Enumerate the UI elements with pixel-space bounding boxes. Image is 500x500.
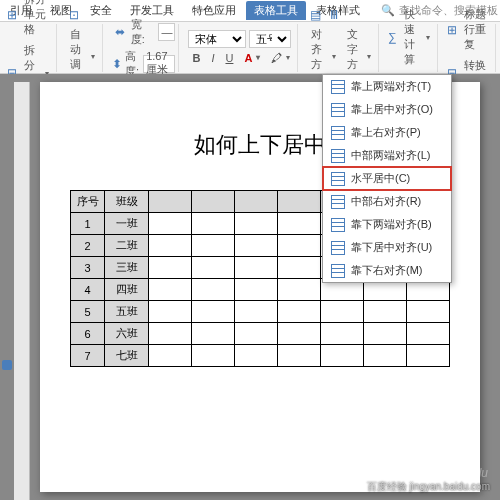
height-spinner[interactable]: 1.67厘米 [143, 55, 175, 73]
table-cell[interactable] [364, 345, 407, 367]
table-row[interactable]: 6六班 [71, 323, 450, 345]
align-option-label: 靠上两端对齐(T) [351, 79, 431, 94]
table-cell[interactable]: 2 [71, 235, 105, 257]
align-option[interactable]: 靠下居中对齐(U) [323, 236, 451, 259]
align-icon: ▤ [307, 7, 323, 23]
font-size-select[interactable]: 五号 [249, 30, 291, 48]
table-cell[interactable] [407, 323, 450, 345]
align-option[interactable]: 水平居中(C) [323, 167, 451, 190]
table-row[interactable]: 7七班 [71, 345, 450, 367]
table-cell[interactable]: 4 [71, 279, 105, 301]
table-row[interactable]: 5五班 [71, 301, 450, 323]
align-option-icon [331, 126, 345, 140]
table-cell[interactable]: 7 [71, 345, 105, 367]
align-option-icon [331, 264, 345, 278]
table-cell[interactable] [278, 345, 321, 367]
table-cell[interactable] [235, 323, 278, 345]
align-option-label: 靠上居中对齐(O) [351, 102, 433, 117]
width-spinner[interactable]: — [158, 23, 175, 41]
table-cell[interactable] [235, 257, 278, 279]
font-color-button[interactable]: A [240, 50, 264, 66]
table-cell[interactable] [149, 345, 192, 367]
table-cell[interactable] [192, 213, 235, 235]
table-cell[interactable] [321, 345, 364, 367]
table-cell[interactable] [278, 213, 321, 235]
table-cell[interactable] [235, 213, 278, 235]
bold-button[interactable]: B [188, 50, 204, 66]
table-cell[interactable] [149, 279, 192, 301]
table-cell[interactable] [321, 301, 364, 323]
align-option-icon [331, 218, 345, 232]
table-cell[interactable] [235, 235, 278, 257]
align-option[interactable]: 中部两端对齐(L) [323, 144, 451, 167]
table-cell[interactable] [192, 235, 235, 257]
table-cell[interactable] [235, 345, 278, 367]
header-cell[interactable] [149, 191, 192, 213]
table-cell[interactable] [278, 257, 321, 279]
table-cell[interactable] [149, 257, 192, 279]
align-option[interactable]: 中部右对齐(R) [323, 190, 451, 213]
repeat-header-icon: ⊞ [447, 22, 457, 38]
table-cell[interactable] [192, 345, 235, 367]
font-name-select[interactable]: 宋体 [188, 30, 246, 48]
align-option[interactable]: 靠上两端对齐(T) [323, 75, 451, 98]
table-cell[interactable]: 一班 [105, 213, 149, 235]
align-option[interactable]: 靠上右对齐(P) [323, 121, 451, 144]
table-cell[interactable] [407, 345, 450, 367]
table-cell[interactable] [149, 235, 192, 257]
table-cell[interactable] [192, 257, 235, 279]
align-option-label: 靠下右对齐(M) [351, 263, 423, 278]
table-cell[interactable] [407, 301, 450, 323]
align-option-icon [331, 80, 345, 94]
table-cell[interactable]: 5 [71, 301, 105, 323]
table-cell[interactable]: 1 [71, 213, 105, 235]
table-cell[interactable]: 三班 [105, 257, 149, 279]
watermark: 百度经验 jingyan.baidu.com [367, 480, 490, 494]
table-cell[interactable] [192, 323, 235, 345]
table-cell[interactable] [149, 213, 192, 235]
underline-button[interactable]: U [221, 50, 237, 66]
table-cell[interactable]: 四班 [105, 279, 149, 301]
table-cell[interactable] [364, 301, 407, 323]
header-cell[interactable]: 班级 [105, 191, 149, 213]
split-cell-button[interactable]: 拆分单元格 [20, 0, 53, 39]
table-cell[interactable] [364, 323, 407, 345]
table-cell[interactable]: 六班 [105, 323, 149, 345]
table-cell[interactable] [278, 323, 321, 345]
table-cell[interactable]: 6 [71, 323, 105, 345]
table-cell[interactable] [149, 301, 192, 323]
table-cell[interactable] [235, 279, 278, 301]
align-option-icon [331, 172, 345, 186]
header-cell[interactable] [192, 191, 235, 213]
table-cell[interactable] [321, 323, 364, 345]
width-icon: ⬌ [112, 24, 128, 40]
table-cell[interactable] [278, 301, 321, 323]
table-cell[interactable] [278, 235, 321, 257]
italic-button[interactable]: I [207, 50, 218, 66]
header-cell[interactable]: 序号 [71, 191, 105, 213]
fast-calc-button[interactable]: 快速计算 [400, 5, 434, 69]
align-option[interactable]: 靠下两端对齐(B) [323, 213, 451, 236]
sidebar-pin-icon[interactable] [2, 360, 12, 370]
title-repeat-button[interactable]: 标题行重复 [460, 5, 492, 54]
table-cell[interactable]: 五班 [105, 301, 149, 323]
align-option[interactable]: 靠下右对齐(M) [323, 259, 451, 282]
table-cell[interactable]: 3 [71, 257, 105, 279]
align-option[interactable]: 靠上居中对齐(O) [323, 98, 451, 121]
tab-features[interactable]: 特色应用 [184, 1, 244, 20]
highlight-button[interactable]: 🖍 [267, 50, 294, 66]
vertical-ruler[interactable] [14, 82, 30, 500]
table-cell[interactable] [235, 301, 278, 323]
table-cell[interactable]: 二班 [105, 235, 149, 257]
header-cell[interactable] [235, 191, 278, 213]
align-option-icon [331, 103, 345, 117]
header-cell[interactable] [278, 191, 321, 213]
table-cell[interactable] [149, 323, 192, 345]
align-option-label: 中部两端对齐(L) [351, 148, 430, 163]
height-icon: ⬍ [112, 56, 122, 72]
table-cell[interactable] [192, 279, 235, 301]
table-cell[interactable]: 七班 [105, 345, 149, 367]
tab-table-tools[interactable]: 表格工具 [246, 1, 306, 20]
table-cell[interactable] [278, 279, 321, 301]
table-cell[interactable] [192, 301, 235, 323]
